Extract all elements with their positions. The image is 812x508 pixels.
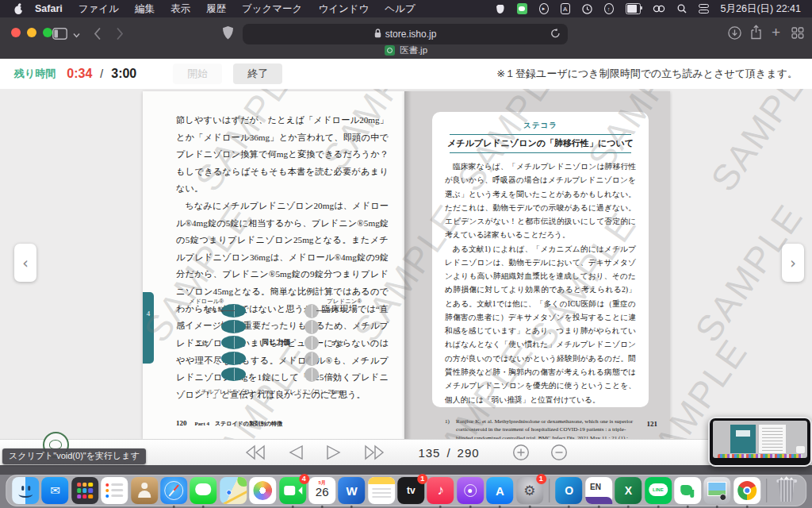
dock-separator bbox=[549, 479, 550, 502]
menu-window[interactable]: ウインドウ bbox=[310, 2, 377, 16]
new-tab-button[interactable]: + bbox=[772, 26, 780, 38]
notes-dock-icon[interactable] bbox=[368, 477, 395, 504]
previous-spread-button[interactable]: ‹ bbox=[14, 244, 36, 282]
previous-page-button[interactable] bbox=[287, 444, 304, 460]
shortcuts-menu-icon[interactable]: ↑ bbox=[604, 3, 614, 14]
page-divider: / bbox=[446, 446, 450, 460]
reminders-dock-icon[interactable] bbox=[101, 477, 128, 504]
control-center-icon[interactable] bbox=[699, 3, 709, 14]
reload-icon[interactable] bbox=[550, 28, 561, 41]
messages-dock-icon[interactable] bbox=[190, 477, 217, 504]
left-page-number: 120 bbox=[176, 419, 187, 427]
contacts-dock-icon[interactable] bbox=[131, 477, 158, 504]
photos-dock-icon[interactable] bbox=[249, 477, 276, 504]
evernote-dock-icon[interactable] bbox=[674, 477, 701, 504]
mail-dock-icon[interactable]: ✉ bbox=[42, 477, 69, 504]
left-dose-caption: メチルプレドニゾロン 20mg bbox=[195, 388, 273, 396]
close-window-button[interactable] bbox=[11, 28, 21, 37]
minimize-window-button[interactable] bbox=[27, 28, 36, 37]
book-reader: 節しやすいはずだが、たとえば「メドロール20mg」とか「メドロール36mg」とか… bbox=[0, 89, 812, 439]
sidebar-icon[interactable] bbox=[52, 28, 67, 43]
play-circle-icon[interactable]: ▸ bbox=[539, 3, 549, 14]
steroid-column-box: ステコラ メチルプレドニゾロンの「肺移行性」について 臨床家ならば、「メチルプレ… bbox=[432, 112, 649, 407]
appstore-dock-icon[interactable]: A bbox=[486, 477, 513, 504]
total-pages: 290 bbox=[458, 446, 480, 460]
left-page-footer: 120 Part 4 ステロイドの製剤別の特徴 bbox=[176, 419, 282, 428]
end-button[interactable]: 終了 bbox=[233, 64, 282, 84]
apple-menu-icon[interactable] bbox=[10, 3, 27, 15]
medrol-pill bbox=[221, 368, 246, 381]
endnote-dock-icon[interactable]: EN bbox=[585, 477, 612, 504]
line-menu-icon[interactable] bbox=[517, 3, 527, 14]
menu-file[interactable]: ファイル bbox=[71, 2, 127, 16]
link-menu-icon[interactable] bbox=[653, 3, 665, 14]
time-divider: / bbox=[100, 67, 103, 80]
music-dock-icon[interactable]: ♪ bbox=[427, 477, 454, 504]
zoom-out-button[interactable] bbox=[550, 444, 568, 461]
next-spread-button[interactable]: › bbox=[782, 244, 804, 282]
right-dose-caption: プレドニゾロン 25mg bbox=[284, 388, 343, 396]
url-text: store.isho.jp bbox=[385, 29, 437, 40]
preview-notice: ※１登録ユーザにつき制限時間での立ち読みとさせて頂きます。 bbox=[496, 67, 798, 81]
forward-button[interactable] bbox=[116, 27, 124, 44]
facetime-dock-icon[interactable]: 4 bbox=[279, 477, 306, 504]
envelope-icon: ✉ bbox=[42, 477, 69, 504]
reference-item: 1)Ranjbar K, et al. Methylprednisolone o… bbox=[445, 418, 636, 439]
active-tab[interactable]: 医書.jp bbox=[0, 44, 812, 56]
menu-bar: Safari ファイル 編集 表示 履歴 ブックマーク ウインドウ ヘルプ ▸ … bbox=[0, 0, 812, 17]
medrol-pill bbox=[221, 352, 246, 365]
text-input-source-icon[interactable]: A bbox=[561, 3, 570, 14]
clock-menu-icon[interactable] bbox=[582, 3, 592, 14]
menu-edit[interactable]: 編集 bbox=[127, 2, 163, 16]
finder-dock-icon[interactable] bbox=[12, 477, 39, 504]
dock: ✉ 4 5月 26 W tv 1 bbox=[6, 475, 806, 506]
screen-mirror-preview-window[interactable] bbox=[708, 417, 812, 467]
calendar-dock-icon[interactable]: 5月 26 bbox=[308, 477, 335, 504]
first-page-button[interactable] bbox=[244, 444, 266, 460]
menu-history[interactable]: 履歴 bbox=[198, 2, 234, 16]
part-title: Part 4 ステロイドの製剤別の特徴 bbox=[195, 420, 283, 428]
preview-timer-bar: 残り時間 0:34 / 3:00 開始 終了 ※１登録ユーザにつき制限時間での立… bbox=[0, 59, 812, 89]
evernote-menu-icon[interactable] bbox=[496, 3, 505, 14]
menu-help[interactable]: ヘルプ bbox=[377, 2, 423, 16]
page-gutter-shadow bbox=[404, 91, 412, 439]
sidebar-chevron-icon[interactable] bbox=[73, 30, 80, 40]
share-icon[interactable] bbox=[750, 25, 762, 43]
last-page-button[interactable] bbox=[363, 444, 385, 460]
chrome-dock-icon[interactable] bbox=[733, 477, 760, 504]
word-dock-icon[interactable]: W bbox=[339, 477, 366, 504]
predonine-tablet bbox=[304, 304, 319, 318]
label-connector-line bbox=[316, 310, 329, 311]
left-tablet-count: 5 錠 bbox=[197, 339, 209, 348]
excel-dock-icon[interactable]: X bbox=[615, 477, 642, 504]
maps-dock-icon[interactable] bbox=[220, 477, 247, 504]
start-button[interactable]: 開始 bbox=[173, 64, 222, 84]
battery-icon[interactable] bbox=[626, 3, 641, 14]
trash-dock-icon[interactable] bbox=[773, 477, 800, 504]
podcasts-dock-icon[interactable] bbox=[457, 477, 484, 504]
back-button[interactable] bbox=[94, 27, 102, 44]
safari-dock-icon[interactable] bbox=[160, 477, 187, 504]
dose-equivalence-diagram: メドロール® 4mg 錠 プレドニン® 5mg 錠 5 錠 同じ力価 5 錠 メ… bbox=[143, 91, 404, 439]
menu-clock[interactable]: 5月26日(日) 22:41 bbox=[721, 2, 801, 16]
remaining-time-value: 0:34 bbox=[67, 67, 92, 81]
downloads-icon[interactable] bbox=[728, 26, 741, 43]
menu-safari[interactable]: Safari bbox=[27, 3, 71, 14]
tab-overview-icon[interactable] bbox=[791, 27, 804, 42]
fullscreen-window-button[interactable] bbox=[43, 28, 52, 37]
launchpad-dock-icon[interactable] bbox=[71, 477, 98, 504]
menu-view[interactable]: 表示 bbox=[163, 2, 198, 16]
current-page: 135 bbox=[418, 446, 440, 460]
preview-dock-icon[interactable] bbox=[704, 477, 731, 504]
menu-bookmarks[interactable]: ブックマーク bbox=[234, 2, 310, 16]
outlook-dock-icon[interactable]: O bbox=[556, 477, 583, 504]
column-paragraph: ある文献1) によれば、「メカニズム的にはメチルプレドニゾロンは、動物モデルにお… bbox=[445, 242, 636, 406]
zoom-in-button[interactable] bbox=[512, 444, 530, 461]
address-bar[interactable]: store.isho.jp bbox=[243, 24, 568, 44]
privacy-shield-icon[interactable] bbox=[222, 25, 234, 44]
appletv-dock-icon[interactable]: tv 1 bbox=[397, 477, 424, 504]
spotlight-search-icon[interactable] bbox=[677, 3, 687, 14]
line-dock-icon[interactable]: LINE bbox=[645, 477, 672, 504]
next-page-button[interactable] bbox=[325, 444, 343, 460]
settings-dock-icon[interactable]: ⚙ 1 bbox=[516, 477, 543, 504]
